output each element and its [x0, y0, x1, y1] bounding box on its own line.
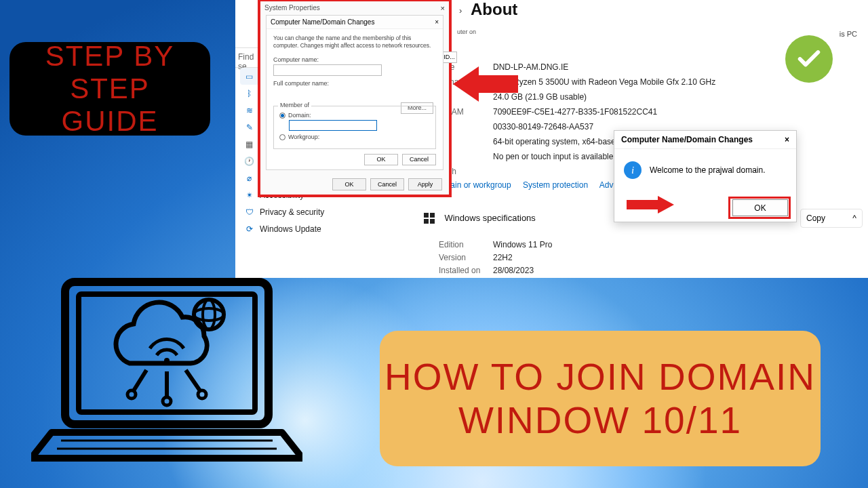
display-icon: ▭	[244, 71, 254, 81]
computer-name-input[interactable]	[273, 64, 382, 76]
full-name-label: Full computer name:	[273, 80, 436, 87]
title-text: HOW TO JOIN DOMAIN WINDOW 10/11	[384, 355, 816, 442]
shield-icon: 🛡	[244, 207, 254, 217]
system-properties-highlight: System Properties × uter on k ID... Comp…	[258, 0, 452, 197]
accessibility-icon: ✴	[244, 190, 254, 200]
dialog-title: Computer Name/Domain Changes	[271, 18, 374, 26]
popup-title: Computer Name/Domain Changes	[621, 135, 753, 144]
this-pc-label: is PC	[840, 30, 857, 38]
member-of-legend: Member of	[278, 102, 311, 108]
windows-spec-values: Windows 11 Pro22H228/08/2023	[493, 239, 552, 277]
domain-changes-dialog: Computer Name/Domain Changes × You can c…	[266, 15, 443, 170]
windows-spec-labels: EditionVersionInstalled on	[439, 239, 480, 277]
copy-label: Copy	[806, 214, 825, 223]
sidebar-item-update[interactable]: ⟳Windows Update	[240, 220, 338, 237]
svg-point-17	[203, 300, 215, 329]
popup-message: Welcome to the prajwal domain.	[650, 165, 766, 175]
copy-button[interactable]: Copy ^	[800, 209, 863, 228]
update-icon: ⟳	[244, 224, 254, 234]
outer-cancel-button[interactable]: Cancel	[370, 178, 404, 190]
sidebar-label: Windows Update	[260, 224, 321, 234]
svg-point-15	[194, 300, 224, 329]
title-badge: HOW TO JOIN DOMAIN WINDOW 10/11	[380, 331, 821, 466]
step-by-step-badge: STEP BY STEP GUIDE	[9, 42, 210, 136]
svg-rect-1	[430, 213, 435, 218]
welcome-domain-popup: Computer Name/Domain Changes × i Welcome…	[614, 130, 797, 222]
workgroup-radio-label: Workgroup:	[288, 134, 319, 140]
svg-line-13	[186, 370, 201, 392]
info-icon: i	[624, 161, 642, 179]
domain-radio-label: Domain:	[288, 112, 311, 119]
wifi-icon: ≋	[244, 105, 254, 115]
computer-name-label: Computer name:	[273, 56, 436, 63]
link-system-protection[interactable]: System protection	[523, 180, 588, 190]
svg-rect-2	[424, 219, 429, 224]
step-by-step-text: STEP BY STEP GUIDE	[9, 40, 210, 138]
close-icon[interactable]: ×	[435, 18, 439, 26]
chevron-up-icon: ^	[852, 214, 856, 223]
windows-spec-label: Windows specifications	[444, 213, 535, 223]
ok-highlight-box	[728, 197, 791, 219]
workgroup-radio[interactable]: Workgroup:	[279, 134, 430, 140]
dialog-description: You can change the name and the membersh…	[273, 35, 436, 49]
inner-ok-button[interactable]: OK	[364, 154, 398, 165]
svg-point-10	[127, 390, 136, 399]
related-links: Domain or workgroup System protection Ad…	[433, 180, 632, 190]
inner-cancel-button[interactable]: Cancel	[402, 154, 436, 165]
sidebar-item-privacy[interactable]: 🛡Privacy & security	[240, 203, 338, 220]
checkmark-badge-icon	[785, 35, 833, 83]
apps-icon: ▦	[244, 139, 254, 149]
red-arrow-right-icon	[627, 196, 679, 214]
system-properties-titlebar: System Properties ×	[264, 4, 445, 12]
truncated-text: uter on	[457, 28, 476, 35]
svg-rect-0	[424, 213, 429, 218]
domain-radio[interactable]: Domain:	[279, 112, 430, 119]
close-icon[interactable]: ×	[441, 4, 445, 12]
sidebar-label: Privacy & security	[260, 207, 324, 217]
svg-point-12	[163, 397, 171, 405]
page-title: About	[471, 0, 517, 19]
svg-point-8	[164, 358, 170, 363]
outer-ok-button[interactable]: OK	[332, 178, 366, 190]
red-arrow-left-icon	[453, 66, 518, 102]
svg-point-16	[194, 308, 224, 321]
member-of-group: Member of Domain: Workgroup:	[273, 106, 436, 149]
windows-spec-header: Windows specifications	[424, 211, 536, 224]
laptop-cloud-icon	[31, 275, 302, 472]
system-properties-title: System Properties	[264, 4, 320, 12]
game-icon: ⌀	[244, 173, 254, 183]
windows-icon	[424, 213, 435, 224]
breadcrumb-chevron-icon: ›	[459, 5, 462, 16]
clock-icon: 🕐	[244, 156, 254, 166]
svg-line-9	[133, 370, 146, 392]
close-icon[interactable]: ×	[785, 135, 789, 144]
apply-button[interactable]: Apply	[408, 178, 442, 190]
bluetooth-icon: ᛒ	[244, 88, 254, 98]
svg-rect-3	[430, 219, 435, 224]
domain-input[interactable]	[289, 120, 377, 131]
brush-icon: ✎	[244, 122, 254, 132]
svg-point-14	[198, 390, 206, 399]
